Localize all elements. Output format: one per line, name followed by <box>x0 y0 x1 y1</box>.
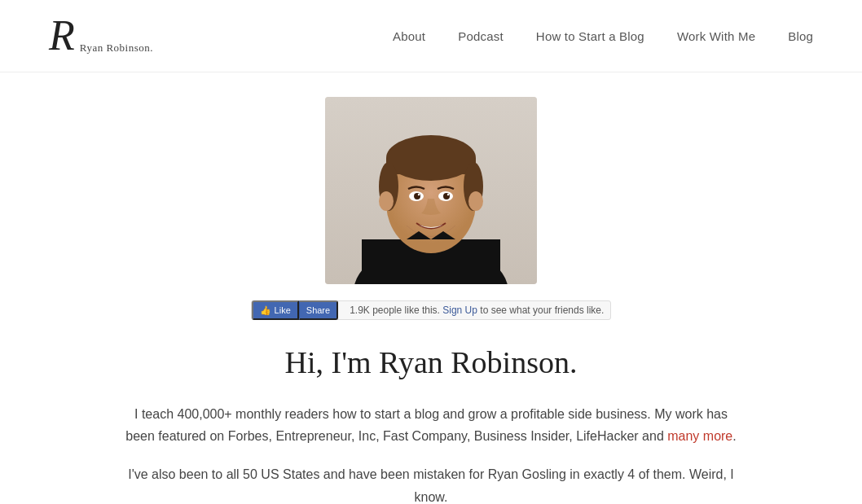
main-content: 👍 Like Share 1.9K people like this. Sign… <box>0 72 862 504</box>
main-nav: About Podcast How to Start a Blog Work W… <box>393 29 813 43</box>
svg-rect-6 <box>386 158 476 174</box>
fb-thumb-icon: 👍 <box>260 305 271 316</box>
fb-like-button[interactable]: 👍 Like <box>252 300 299 320</box>
fb-suffix: to see what your friends like. <box>480 305 604 316</box>
nav-work-with-me[interactable]: Work With Me <box>677 29 755 43</box>
intro-paragraph-1: I teach 400,000+ monthly readers how to … <box>121 403 741 447</box>
fb-share-button[interactable]: Share <box>299 300 338 320</box>
logo-name: Ryan Robinson. <box>80 42 153 55</box>
nav-about[interactable]: About <box>393 29 425 43</box>
site-header: R Ryan Robinson. About Podcast How to St… <box>0 0 862 72</box>
svg-point-10 <box>468 191 483 211</box>
profile-image <box>325 97 537 284</box>
svg-point-15 <box>418 194 420 195</box>
logo-letter: R <box>49 15 73 57</box>
facebook-like-bar: 👍 Like Share 1.9K people like this. Sign… <box>251 300 612 320</box>
fb-share-label: Share <box>306 305 330 315</box>
many-more-link[interactable]: many more <box>667 429 732 443</box>
fb-widget: 👍 Like Share 1.9K people like this. Sign… <box>251 300 612 320</box>
svg-point-9 <box>379 191 394 211</box>
logo-link[interactable]: R Ryan Robinson. <box>49 15 153 57</box>
fb-count-text: 1.9K people like this. Sign Up to see wh… <box>343 305 610 316</box>
nav-blog[interactable]: Blog <box>788 29 813 43</box>
main-heading: Hi, I'm Ryan Robinson. <box>285 344 578 380</box>
svg-point-16 <box>447 194 449 195</box>
fb-signup-link[interactable]: Sign Up <box>442 305 477 316</box>
nav-podcast[interactable]: Podcast <box>458 29 504 43</box>
fb-buttons: 👍 Like Share <box>252 300 344 320</box>
fb-like-label: Like <box>275 305 291 315</box>
nav-how-to-start-blog[interactable]: How to Start a Blog <box>536 29 644 43</box>
intro-paragraph-2: I've also been to all 50 US States and h… <box>121 463 741 504</box>
